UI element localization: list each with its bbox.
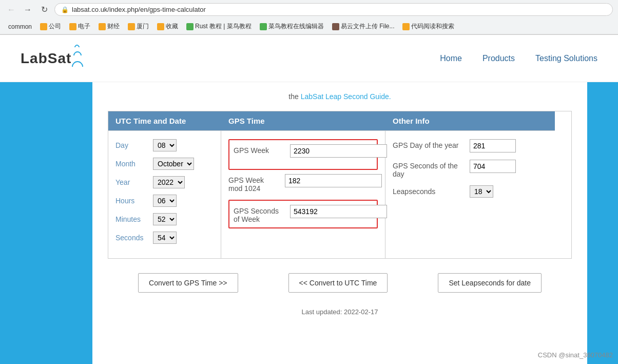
url-text: labsat.co.uk/index.php/en/gps-time-calcu… bbox=[72, 6, 206, 13]
bookmark-label: 公司 bbox=[49, 22, 61, 31]
bookmark-icon bbox=[332, 23, 339, 30]
bookmark-common[interactable]: common bbox=[5, 22, 35, 31]
other-seconds-day-label: GPS Seconds of the day bbox=[393, 160, 465, 178]
bookmark-favorites[interactable]: 收藏 bbox=[154, 21, 181, 32]
page-wrapper: LabSat Home Products Testing Solutions t… bbox=[0, 35, 618, 364]
nav-products[interactable]: Products bbox=[482, 54, 515, 63]
site-header: LabSat Home Products Testing Solutions bbox=[0, 35, 618, 82]
bookmark-rust[interactable]: Rust 教程 | 菜鸟教程 bbox=[183, 21, 255, 32]
utc-hours-select[interactable]: 06 bbox=[153, 195, 177, 207]
calc-grid: UTC Time and Date GPS Time Other Info Da… bbox=[108, 111, 572, 259]
bookmark-label: 财经 bbox=[107, 22, 120, 31]
utc-year-label: Year bbox=[115, 178, 149, 186]
gps-sow-input[interactable] bbox=[290, 205, 387, 218]
watermark: CSDN @sinat_36070482 bbox=[538, 351, 613, 359]
bookmark-icon bbox=[402, 23, 410, 30]
bookmark-runoob[interactable]: 菜鸟教程在线编辑器 bbox=[257, 21, 327, 32]
bookmark-icon bbox=[128, 23, 135, 30]
reload-button[interactable]: ↻ bbox=[38, 4, 50, 16]
intro-prefix: the bbox=[288, 92, 300, 101]
utc-day-select[interactable]: 08 bbox=[153, 139, 177, 151]
lock-icon: 🔒 bbox=[61, 6, 69, 13]
gps-sow-label: GPS Seconds of Week bbox=[234, 205, 285, 223]
content-area: the LabSat Leap Second Guide. UTC Time a… bbox=[0, 82, 618, 364]
other-seconds-day-input[interactable] bbox=[470, 160, 516, 173]
main-content: the LabSat Leap Second Guide. UTC Time a… bbox=[92, 82, 587, 364]
utc-day-row: Day 08 bbox=[115, 139, 214, 151]
utc-header: UTC Time and Date bbox=[108, 111, 221, 130]
back-button[interactable]: ← bbox=[5, 4, 17, 16]
convert-to-utc-button[interactable]: << Convert to UTC Time bbox=[288, 273, 388, 293]
other-day-year-label: GPS Day of the year bbox=[393, 139, 465, 149]
other-body: GPS Day of the year GPS Seconds of the d… bbox=[385, 130, 555, 258]
bookmark-icon bbox=[99, 23, 106, 30]
bookmarks-bar: common 公司 电子 财经 厦门 收藏 Rust 教程 | 菜鸟教程 菜鸟 bbox=[0, 19, 618, 34]
bookmark-icon bbox=[157, 23, 164, 30]
other-day-year-input[interactable] bbox=[470, 139, 516, 152]
utc-seconds-select[interactable]: 54 bbox=[153, 232, 177, 244]
other-leapseconds-select[interactable]: 18 bbox=[470, 185, 493, 198]
bookmark-company[interactable]: 公司 bbox=[37, 21, 64, 32]
browser-chrome: ← → ↻ 🔒 labsat.co.uk/index.php/en/gps-ti… bbox=[0, 0, 618, 35]
utc-year-select[interactable]: 2022 bbox=[153, 176, 185, 188]
gps-sow-row: GPS Seconds of Week bbox=[234, 205, 373, 223]
bookmark-code[interactable]: 代码阅读和搜索 bbox=[399, 21, 457, 32]
utc-hours-label: Hours bbox=[115, 197, 149, 205]
gps-week-label: GPS Week bbox=[234, 144, 285, 155]
gps-sow-group: GPS Seconds of Week bbox=[228, 200, 378, 228]
gps-week-input[interactable] bbox=[290, 144, 387, 158]
gps-week-group: GPS Week bbox=[228, 139, 378, 170]
blue-panel-right bbox=[587, 82, 618, 364]
bookmark-label: common bbox=[8, 23, 32, 30]
utc-year-row: Year 2022 bbox=[115, 176, 214, 188]
logo-wave-small bbox=[73, 44, 81, 51]
gps-body: GPS Week GPS Week mod 1024 GPS Seconds o… bbox=[221, 130, 385, 258]
other-seconds-day-row: GPS Seconds of the day bbox=[393, 160, 548, 178]
utc-day-label: Day bbox=[115, 141, 149, 149]
buttons-row: Convert to GPS Time >> << Convert to UTC… bbox=[108, 273, 572, 293]
convert-to-gps-button[interactable]: Convert to GPS Time >> bbox=[138, 273, 238, 293]
utc-minutes-label: Minutes bbox=[115, 215, 149, 223]
last-updated-text: Last updated: 2022-02-17 bbox=[302, 308, 378, 316]
address-bar[interactable]: 🔒 labsat.co.uk/index.php/en/gps-time-cal… bbox=[54, 3, 613, 16]
bookmark-electronics[interactable]: 电子 bbox=[66, 21, 93, 32]
nav-home[interactable]: Home bbox=[440, 54, 462, 63]
bookmark-yiyun[interactable]: 易云文件上传 File... bbox=[329, 21, 398, 32]
bookmark-icon bbox=[69, 23, 76, 30]
logo-text: LabSat bbox=[21, 50, 71, 67]
bookmark-label: 菜鸟教程在线编辑器 bbox=[268, 22, 324, 31]
logo-waves bbox=[73, 45, 83, 74]
bookmark-finance[interactable]: 财经 bbox=[95, 21, 123, 32]
intro-text: the LabSat Leap Second Guide. bbox=[108, 92, 572, 101]
bookmark-icon bbox=[40, 23, 47, 30]
utc-body: Day 08 Month October Year bbox=[108, 130, 221, 258]
bookmark-xiamen[interactable]: 厦门 bbox=[125, 21, 152, 32]
bookmark-icon bbox=[260, 23, 267, 30]
other-header: Other Info bbox=[385, 111, 555, 130]
bookmark-label: 厦门 bbox=[137, 22, 149, 31]
intro-link[interactable]: LabSat Leap Second Guide. bbox=[301, 92, 391, 101]
bookmark-icon bbox=[186, 23, 194, 30]
forward-button[interactable]: → bbox=[22, 4, 34, 16]
gps-week-mod-input[interactable] bbox=[285, 174, 382, 187]
gps-header: GPS Time bbox=[221, 111, 385, 130]
bookmark-label: Rust 教程 | 菜鸟教程 bbox=[195, 22, 252, 31]
bookmark-label: 易云文件上传 File... bbox=[341, 22, 395, 31]
bookmark-label: 代码阅读和搜索 bbox=[411, 22, 454, 31]
utc-minutes-select[interactable]: 52 bbox=[153, 213, 177, 225]
utc-month-select[interactable]: October bbox=[153, 158, 194, 170]
gps-week-row: GPS Week bbox=[234, 144, 373, 158]
bookmark-label: 收藏 bbox=[166, 22, 178, 31]
other-day-year-row: GPS Day of the year bbox=[393, 139, 548, 152]
logo-wave-large bbox=[70, 59, 86, 74]
utc-minutes-row: Minutes 52 bbox=[115, 213, 214, 225]
utc-seconds-row: Seconds 54 bbox=[115, 232, 214, 244]
logo-area: LabSat bbox=[21, 43, 83, 74]
gps-week-mod-row: GPS Week mod 1024 bbox=[228, 174, 378, 193]
other-leapseconds-row: Leapseconds 18 bbox=[393, 185, 548, 198]
set-leapseconds-button[interactable]: Set Leapseconds for date bbox=[438, 273, 542, 293]
gps-week-mod-label: GPS Week mod 1024 bbox=[228, 174, 280, 193]
nav-testing-solutions[interactable]: Testing Solutions bbox=[535, 54, 597, 63]
other-leapseconds-label: Leapseconds bbox=[393, 185, 465, 196]
utc-seconds-label: Seconds bbox=[115, 234, 149, 242]
